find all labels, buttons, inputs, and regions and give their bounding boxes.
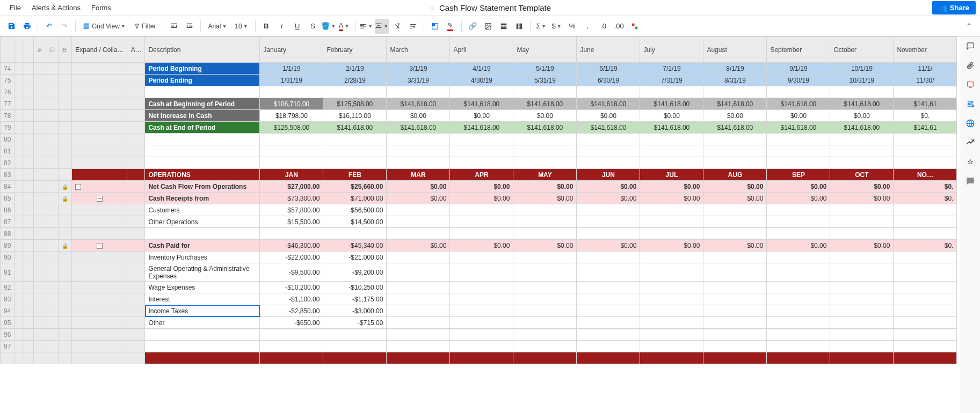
cell[interactable] [450, 134, 513, 145]
expand[interactable] [72, 86, 127, 98]
desc-cell[interactable]: Interest [145, 293, 260, 305]
format-panel-icon[interactable] [966, 138, 976, 148]
cell[interactable] [387, 228, 450, 240]
cell[interactable] [450, 282, 513, 293]
cell[interactable]: 3/31/19 [387, 75, 450, 86]
expand[interactable] [72, 134, 127, 145]
cell[interactable] [513, 282, 577, 293]
cell[interactable]: $0.00 [450, 181, 513, 193]
cell[interactable]: $0.00 [577, 193, 640, 204]
cell[interactable] [577, 282, 640, 293]
cell[interactable] [450, 86, 513, 98]
rownum[interactable]: 81 [1, 145, 14, 157]
cell[interactable]: $0.00 [513, 181, 577, 193]
menu-forms[interactable]: Forms [86, 2, 117, 14]
cell[interactable] [703, 145, 767, 157]
cell[interactable]: $0.00 [577, 110, 640, 122]
cell[interactable] [894, 282, 957, 293]
col-expand[interactable]: Expand / Colla… [72, 37, 127, 63]
cell[interactable]: 6/1/19 [577, 63, 640, 75]
cell[interactable]: 11/30/ [894, 75, 957, 86]
cell[interactable] [577, 204, 640, 216]
cell[interactable]: $141,618.00 [450, 122, 513, 134]
cell[interactable] [387, 134, 450, 145]
rownum[interactable]: 92 [1, 282, 14, 293]
cell[interactable]: $141,618.00 [767, 122, 830, 134]
cell[interactable]: $0.00 [767, 193, 830, 204]
cell[interactable]: -$45,340.00 [323, 240, 387, 252]
cell[interactable] [767, 293, 830, 305]
cell[interactable] [577, 341, 640, 352]
cell[interactable] [260, 157, 323, 169]
cell[interactable]: $141,618.00 [767, 98, 830, 110]
rownum[interactable]: 88 [1, 228, 14, 240]
cell[interactable] [513, 228, 577, 240]
cell[interactable] [260, 134, 323, 145]
cell[interactable]: $0.00 [513, 240, 577, 252]
cell[interactable] [640, 145, 703, 157]
cell[interactable]: -$715.00 [323, 317, 387, 329]
cell[interactable] [767, 86, 830, 98]
cell[interactable]: $0.00 [387, 110, 450, 122]
cell[interactable]: -$22,000.00 [260, 252, 323, 263]
cell[interactable] [260, 228, 323, 240]
format-cells-icon[interactable] [428, 19, 442, 34]
attachments-panel-icon[interactable] [966, 61, 976, 71]
cell[interactable] [640, 282, 703, 293]
cell[interactable] [894, 252, 957, 263]
percent-icon[interactable]: % [565, 19, 579, 34]
currency-icon[interactable]: $▼ [550, 19, 564, 34]
cell[interactable]: $141,618.00 [513, 98, 577, 110]
cell[interactable] [513, 263, 577, 282]
desc-cell[interactable]: Cash at End of Period [145, 122, 260, 134]
cell[interactable]: $15,500.00 [260, 216, 323, 228]
cell[interactable]: NO… [894, 169, 957, 181]
cell[interactable] [323, 134, 387, 145]
cell[interactable] [703, 216, 767, 228]
cell[interactable]: MAY [513, 169, 577, 181]
cell[interactable] [703, 282, 767, 293]
rownum[interactable]: 95 [1, 317, 14, 329]
publish-panel-icon[interactable] [966, 119, 976, 129]
cell[interactable]: $73,300.00 [260, 193, 323, 204]
cell[interactable]: 9/30/19 [767, 75, 830, 86]
cell[interactable] [577, 86, 640, 98]
cell[interactable] [387, 329, 450, 341]
col-month-august[interactable]: August [703, 37, 767, 63]
cell[interactable] [260, 329, 323, 341]
col-a[interactable]: A… [127, 37, 145, 63]
cell[interactable]: 5/1/19 [513, 63, 577, 75]
cell[interactable]: 4/30/19 [450, 75, 513, 86]
cell[interactable] [767, 228, 830, 240]
cell[interactable] [894, 157, 957, 169]
rownum[interactable]: 90 [1, 252, 14, 263]
cell[interactable] [703, 252, 767, 263]
cell[interactable] [577, 329, 640, 341]
cell[interactable] [260, 145, 323, 157]
italic-icon[interactable]: I [275, 19, 289, 34]
cell[interactable]: 2/28/19 [323, 75, 387, 86]
desc-cell[interactable]: Cash Receipts from [145, 193, 260, 204]
cell[interactable] [830, 263, 894, 282]
cell[interactable]: FEB [323, 169, 387, 181]
cell[interactable]: $71,000.00 [323, 193, 387, 204]
desc-cell[interactable]: Cash Paid for [145, 240, 260, 252]
cell[interactable] [450, 204, 513, 216]
proof-panel-icon[interactable] [966, 80, 976, 90]
wrap-text-icon[interactable] [406, 19, 420, 34]
cell[interactable] [450, 145, 513, 157]
expand[interactable] [72, 169, 127, 181]
rownum[interactable]: 91 [1, 263, 14, 282]
desc-cell[interactable]: Period Ending [145, 75, 260, 86]
expand[interactable] [72, 329, 127, 341]
cell[interactable]: $0.00 [450, 193, 513, 204]
cell[interactable]: 7/31/19 [640, 75, 703, 86]
col-month-may[interactable]: May [513, 37, 577, 63]
cell[interactable] [640, 305, 703, 317]
desc-cell[interactable]: Net Increase in Cash [145, 110, 260, 122]
cell[interactable]: $0.00 [830, 110, 894, 122]
cell[interactable] [450, 293, 513, 305]
cell[interactable]: 8/1/19 [703, 63, 767, 75]
cell[interactable] [767, 204, 830, 216]
desc-cell[interactable] [145, 329, 260, 341]
